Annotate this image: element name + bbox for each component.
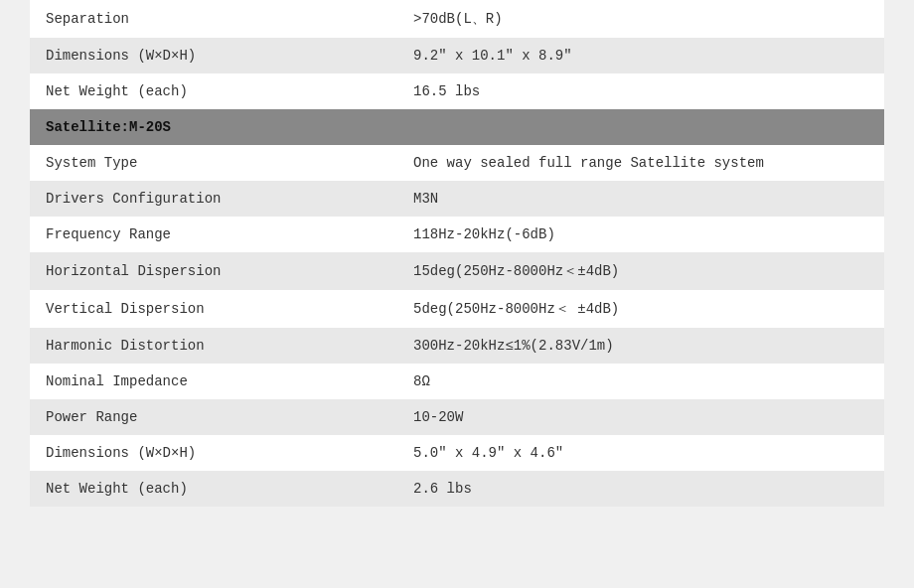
row-value: 9.2″ x 10.1″ x 8.9″ (397, 38, 884, 74)
table-row: Frequency Range118Hz-20kHz(-6dB) (30, 217, 884, 252)
section-header-label: Satellite:M-20S (30, 109, 884, 145)
row-value: >70dB(L、R) (397, 0, 884, 38)
row-value: 8Ω (397, 364, 884, 399)
spec-table: Separation>70dB(L、R)Dimensions (W×D×H)9.… (30, 0, 884, 507)
table-row: Horizontal Dispersion15deg(250Hz-8000Hz＜… (30, 252, 884, 290)
row-value: M3N (397, 181, 884, 217)
section-header-row: Satellite:M-20S (30, 109, 884, 145)
table-row: System TypeOne way sealed full range Sat… (30, 145, 884, 181)
row-value: One way sealed full range Satellite syst… (397, 145, 884, 181)
table-row: Drivers ConfigurationM3N (30, 181, 884, 217)
table-row: Dimensions (W×D×H)9.2″ x 10.1″ x 8.9″ (30, 38, 884, 74)
row-label: Harmonic Distortion (30, 328, 397, 364)
row-value: 15deg(250Hz-8000Hz＜±4dB) (397, 252, 884, 290)
row-label: Dimensions (W×D×H) (30, 38, 397, 74)
row-value: 5deg(250Hz-8000Hz＜ ±4dB) (397, 290, 884, 328)
row-label: Separation (30, 0, 397, 38)
row-label: Net Weight (each) (30, 74, 397, 109)
table-row: Net Weight (each)16.5 lbs (30, 74, 884, 109)
table-row: Net Weight (each)2.6 lbs (30, 471, 884, 507)
row-value: 10-20W (397, 399, 884, 435)
row-label: Vertical Dispersion (30, 290, 397, 328)
table-row: Vertical Dispersion5deg(250Hz-8000Hz＜ ±4… (30, 290, 884, 328)
row-label: Drivers Configuration (30, 181, 397, 217)
row-label: Dimensions (W×D×H) (30, 435, 397, 471)
row-label: Net Weight (each) (30, 471, 397, 507)
table-row: Power Range10-20W (30, 399, 884, 435)
row-label: System Type (30, 145, 397, 181)
row-label: Horizontal Dispersion (30, 252, 397, 290)
row-value: 5.0″ x 4.9″ x 4.6″ (397, 435, 884, 471)
row-value: 118Hz-20kHz(-6dB) (397, 217, 884, 252)
table-row: Harmonic Distortion300Hz-20kHz≤1%(2.83V/… (30, 328, 884, 364)
row-label: Frequency Range (30, 217, 397, 252)
row-label: Nominal Impedance (30, 364, 397, 399)
row-value: 2.6 lbs (397, 471, 884, 507)
table-row: Separation>70dB(L、R) (30, 0, 884, 38)
table-row: Dimensions (W×D×H)5.0″ x 4.9″ x 4.6″ (30, 435, 884, 471)
table-row: Nominal Impedance8Ω (30, 364, 884, 399)
row-value: 16.5 lbs (397, 74, 884, 109)
row-value: 300Hz-20kHz≤1%(2.83V/1m) (397, 328, 884, 364)
row-label: Power Range (30, 399, 397, 435)
